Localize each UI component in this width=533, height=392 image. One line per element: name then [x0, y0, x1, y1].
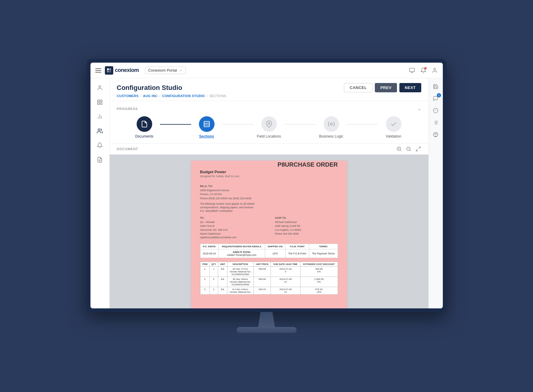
svg-point-44 [435, 133, 436, 134]
breadcrumb-config-studio[interactable]: CONFIGURATION STUDIO [162, 94, 205, 98]
bill-to-section: BIL1L TO: 2059 Edgewood Avenue Fresno, C… [200, 184, 338, 200]
header-buttons: CANCEL PREV NEXT [344, 83, 421, 92]
zoom-in-icon[interactable] [396, 146, 402, 152]
hamburger-menu[interactable] [95, 68, 101, 73]
svg-rect-1 [109, 68, 111, 70]
connector-3 [285, 124, 316, 125]
user-icon[interactable] [431, 67, 438, 74]
svg-line-32 [416, 150, 418, 151]
breadcrumb-sections: SECTIONS [209, 94, 226, 98]
palette-icon[interactable] [431, 130, 440, 139]
ship-phone: Phone 454 926 4598 [275, 232, 338, 236]
step-circle-field-locations[interactable] [261, 116, 277, 132]
progress-collapse-icon[interactable]: ⌄ [417, 106, 421, 111]
th-po-date: P.O. D8ATE [200, 244, 218, 249]
td-shipped: UPS [265, 249, 286, 258]
save-icon[interactable] [431, 82, 440, 91]
svg-line-31 [419, 147, 420, 148]
th-shipped-via: SHIPPED VIA [265, 244, 286, 249]
sidebar-item-analytics[interactable] [94, 111, 106, 123]
sidebar-item-profile[interactable] [94, 82, 106, 94]
sidebar-item-customers[interactable] [94, 125, 106, 137]
ship-city: Los Angeles, CA 90001 [275, 228, 338, 232]
bill-address-1: 2059 Edgewood Avenue [200, 189, 338, 193]
to-city: Vancouver, BC V6B 2A9 [200, 228, 263, 232]
step-validation: Validation [378, 116, 409, 138]
connector-4 [347, 124, 378, 125]
fullscreen-icon[interactable] [415, 146, 421, 152]
company-tagline: Designed for Safety. Built to Last. [200, 175, 240, 178]
document-toolbar-icons [396, 146, 421, 152]
sidebar [90, 78, 110, 308]
svg-rect-11 [100, 103, 102, 105]
content-area: Configuration Studio CANCEL PREV NEXT CU… [110, 78, 428, 308]
bill-phone: Phone (559) 225-0936 Fax (559) 225-0936 [200, 197, 338, 201]
progress-section: PROGRESS ⌄ Documents [110, 101, 428, 144]
document-toolbar: DOCUMENT [110, 144, 428, 155]
address-section: TO: QA - Michael 1500 First St Vancouver… [200, 216, 338, 240]
step-field-locations: Field Locations [253, 116, 285, 138]
portal-label: Conexiom Portal [148, 68, 177, 73]
breadcrumb: CUSTOMERS / AUG INC / CONFIGURATION STUD… [117, 94, 421, 98]
bill-address-2: Fresno, CA 93704 [200, 192, 338, 197]
svg-rect-19 [204, 121, 209, 127]
progress-steps: Documents Sections [117, 116, 421, 138]
step-circle-validation[interactable] [386, 116, 401, 132]
document-label: DOCUMENT [117, 147, 138, 151]
th-unit-price: UNIT PRICE [253, 262, 271, 267]
svg-rect-12 [98, 103, 99, 105]
step-label-sections: Sections [199, 134, 214, 138]
breadcrumb-customers[interactable]: CUSTOMERS [117, 94, 139, 98]
sidebar-item-dashboard[interactable] [94, 96, 106, 108]
sidebar-item-reports[interactable] [94, 154, 106, 166]
to-contact: Naomi Gatehouse [200, 232, 263, 236]
sidebar-item-alerts[interactable] [94, 139, 106, 151]
step-circle-business-logic[interactable] [324, 116, 339, 132]
cancel-button[interactable]: CANCEL [344, 83, 372, 92]
step-documents: Documents [129, 116, 160, 138]
td-buyer: Adele P. PorterAdeleP Porter@rhyta.com [218, 249, 265, 258]
step-circle-documents[interactable] [137, 116, 152, 132]
step-circle-sections[interactable] [199, 116, 215, 132]
page-header-top: Configuration Studio CANCEL PREV NEXT [117, 83, 421, 92]
right-panel: 1 [428, 78, 443, 308]
document-viewer[interactable]: Budget Power Designed for Safety. Built … [110, 155, 428, 308]
svg-point-23 [330, 123, 332, 125]
to-address: TO: QA - Michael 1500 First St Vancouver… [200, 216, 263, 240]
ship-address: S1HP TO: Michael Gatehouse 4305 Spring C… [275, 216, 338, 240]
th-buyer-emails: REQUISITIONERS BUYER EMAILS [218, 244, 265, 249]
connector-2 [222, 124, 253, 125]
notifications-icon[interactable] [420, 67, 427, 74]
th-description: DESCRIPTION [227, 262, 253, 267]
next-button[interactable]: NEXT [399, 83, 421, 92]
ship-address-line: 4305 Spring Creek Rd [275, 224, 338, 228]
info-icon[interactable] [431, 106, 440, 115]
notification-dot [424, 67, 427, 70]
to-email: ngatehouse@dev.ecmarket.com [200, 236, 263, 239]
svg-point-16 [98, 129, 100, 131]
connector-1 [160, 124, 191, 125]
breadcrumb-aug-inc[interactable]: AUG INC [143, 94, 158, 98]
td-po-date: 2019-06-24 [200, 249, 218, 258]
zoom-out-icon[interactable] [406, 146, 412, 152]
po-items-table: ITEM QTY UNIT DESCRIPTION UNIT PRICE DUE… [200, 262, 338, 295]
list-icon[interactable] [431, 118, 440, 127]
td-fob: The F.O.B Point [286, 249, 309, 258]
company-name: Budget Power [200, 170, 240, 174]
ship-label: S1HP TO: [275, 216, 338, 220]
document-section: DOCUMENT [110, 144, 428, 308]
prev-button[interactable]: PREV [375, 83, 397, 92]
svg-rect-0 [107, 68, 109, 70]
logo-icon [105, 66, 113, 75]
th-terms: TERMS [309, 244, 338, 249]
bill-label: BIL1L TO: [200, 184, 338, 189]
th-extended-cost: EXTENDED COST DISCOUNT [300, 262, 338, 267]
page-title: Configuration Studio [117, 84, 182, 92]
svg-point-45 [436, 134, 437, 135]
th-unit: UNIT [218, 262, 227, 267]
cards-icon[interactable] [409, 67, 415, 74]
comments-icon[interactable]: 1 [431, 94, 440, 103]
top-bar: conexiom Conexiom Portal [90, 63, 443, 78]
portal-selector[interactable]: Conexiom Portal [145, 67, 186, 74]
svg-point-22 [268, 123, 270, 124]
